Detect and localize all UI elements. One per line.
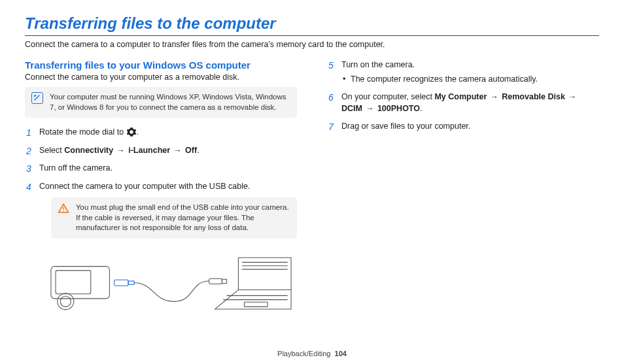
arrow-icon: → [567, 91, 578, 103]
step-4-text: Connect the camera to your computer with… [39, 182, 250, 191]
footer-section: Playback/Editing [277, 350, 330, 357]
note-text: Your computer must be running Windows XP… [50, 93, 286, 111]
step-2-b3: Off [185, 146, 197, 155]
svg-point-4 [58, 293, 74, 309]
gear-icon [126, 127, 137, 137]
step-6-b4: 100PHOTO [377, 104, 420, 113]
step-6-b2: Removable Disk [502, 92, 565, 101]
step-1: Rotate the mode dial to . [25, 127, 297, 139]
step-3: Turn off the camera. [25, 163, 297, 174]
usb-connection-illustration [39, 245, 297, 317]
step-2-b2: i-Launcher [128, 146, 170, 155]
svg-rect-7 [128, 281, 134, 284]
step-5-text: Turn on the camera. [341, 60, 415, 69]
title-rule [25, 35, 599, 36]
arrow-icon: → [364, 103, 375, 114]
page-subtitle: Connect the camera to a computer to tran… [25, 40, 599, 49]
step-5: Turn on the camera. The computer recogni… [327, 59, 599, 85]
page-footer: Playback/Editing 104 [0, 350, 624, 357]
step-1-post: . [137, 127, 139, 137]
step-2-pre: Select [39, 146, 64, 155]
footer-page-number: 104 [335, 350, 347, 357]
section-heading: Transferring files to your Windows OS co… [25, 59, 297, 71]
step-6-pre: On your computer, select [341, 92, 434, 101]
step-5-sub: The computer recognizes the camera autom… [341, 74, 599, 86]
content-columns: Transferring files to your Windows OS co… [25, 59, 599, 323]
svg-point-1 [63, 210, 64, 212]
step-6: On your computer, select My Computer → R… [327, 91, 599, 114]
warning-box: You must plug the small end of the USB c… [51, 197, 297, 239]
svg-point-5 [60, 296, 71, 306]
steps-right: Turn on the camera. The computer recogni… [327, 59, 599, 133]
step-6-b3: DCIM [341, 104, 362, 113]
step-7: Drag or save files to your computer. [327, 121, 599, 133]
step-2: Select Connectivity → i-Launcher → Off. [25, 145, 297, 157]
right-column: Turn on the camera. The computer recogni… [327, 59, 599, 323]
step-2-post: . [197, 146, 199, 155]
svg-rect-8 [209, 278, 222, 284]
svg-rect-3 [56, 270, 91, 293]
svg-rect-9 [222, 279, 226, 283]
arrow-icon: → [116, 145, 126, 156]
note-box: Your computer must be running Windows XP… [25, 87, 297, 118]
note-icon [31, 92, 43, 104]
step-2-b1: Connectivity [64, 146, 113, 155]
step-1-pre: Rotate the mode dial to [39, 127, 126, 137]
arrow-icon: → [173, 145, 183, 156]
svg-rect-6 [114, 280, 128, 286]
step-6-b1: My Computer [434, 92, 487, 101]
section-subheading: Connect the camera to your computer as a… [25, 73, 297, 82]
left-column: Transferring files to your Windows OS co… [25, 59, 297, 323]
warning-icon [58, 203, 69, 214]
warning-text: You must plug the small end of the USB c… [76, 203, 289, 231]
arrow-icon: → [489, 91, 500, 103]
step-6-post: . [420, 104, 422, 113]
step-4: Connect the camera to your computer with… [25, 181, 297, 317]
page-title: Transferring files to the computer [25, 14, 599, 33]
steps-left: Rotate the mode dial to . Select Connect… [25, 127, 297, 317]
svg-rect-15 [244, 302, 268, 306]
